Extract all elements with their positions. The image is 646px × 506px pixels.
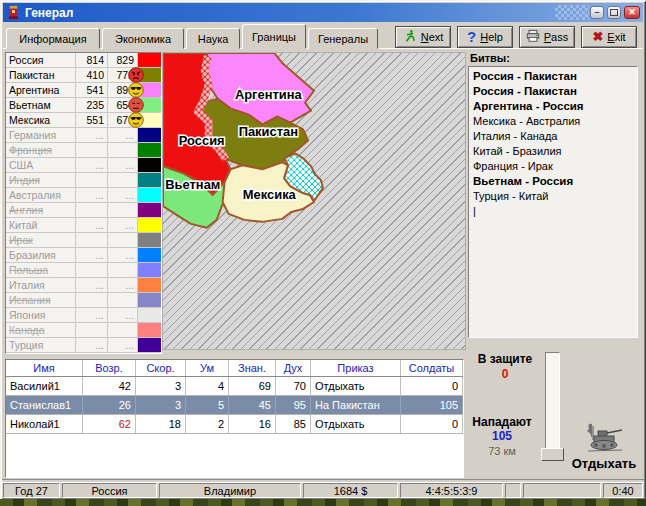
next-button[interactable]: Next: [395, 26, 451, 48]
country-color-swatch: [138, 293, 161, 307]
battle-item[interactable]: Россия - Пакистан: [473, 69, 633, 84]
country-row-england[interactable]: Англия: [6, 203, 161, 218]
country-row-india[interactable]: Индия: [6, 173, 161, 188]
country-color-swatch: [138, 278, 161, 292]
country-value-1: [76, 143, 108, 157]
country-value-2: [108, 173, 138, 187]
maximize-icon[interactable]: [607, 6, 621, 19]
tab-information[interactable]: Информация: [6, 28, 100, 49]
general-cell: 95: [276, 396, 311, 414]
country-list[interactable]: Россия814829Пакистан410772Аргентина54189…: [5, 52, 162, 354]
battle-item[interactable]: Вьетнам - Россия: [473, 174, 633, 189]
attack-value: 105: [468, 429, 536, 443]
battle-item[interactable]: Франция - Ирак: [473, 159, 633, 174]
country-value-1: ...: [76, 248, 108, 262]
battle-item[interactable]: Мексика - Австралия: [473, 114, 633, 129]
country-row-russia[interactable]: Россия814829: [6, 53, 161, 68]
country-value-1: 235: [76, 98, 108, 112]
general-cell: 0: [401, 377, 463, 395]
general-cell: 70: [276, 377, 311, 395]
generals-table[interactable]: ИмяВозр.Скор.УмЗнан.ДухПриказСолдатыВаси…: [5, 359, 464, 478]
desktop-background: [0, 499, 646, 506]
close-icon[interactable]: ✕: [624, 6, 640, 19]
country-value-2: [108, 143, 138, 157]
country-name: Россия: [6, 53, 76, 67]
relation-cool-face-icon: [128, 82, 144, 98]
exit-button[interactable]: ✖Exit: [581, 26, 637, 48]
general-row[interactable]: Василий142346970Отдыхать0: [6, 377, 463, 396]
country-value-1: [76, 203, 108, 217]
country-row-turkey[interactable]: Турция......: [6, 338, 161, 353]
troops-slider-track[interactable]: [545, 352, 560, 449]
general-cell: 5: [186, 396, 229, 414]
country-row-poland[interactable]: Польша: [6, 263, 161, 278]
country-value-2: 829: [108, 53, 138, 67]
country-color-swatch: [138, 53, 161, 67]
application-window: Генерал – ✕ ИнформацияЭкономикаНаукаГран…: [0, 0, 646, 506]
general-cell: Отдыхать: [311, 377, 401, 395]
country-value-1: 551: [76, 113, 108, 127]
tab-science[interactable]: Наука: [186, 28, 240, 49]
country-row-vietnam[interactable]: Вьетнам235654: [6, 98, 161, 113]
country-value-2: [108, 203, 138, 217]
country-row-argentina[interactable]: Аргентина541891: [6, 83, 161, 98]
country-value-1: ...: [76, 128, 108, 142]
relation-cool-face-icon: [128, 112, 144, 128]
printer-icon: [526, 29, 540, 45]
help-button[interactable]: ?Help: [457, 26, 513, 48]
country-value-1: ...: [76, 338, 108, 352]
country-value-2: [108, 263, 138, 277]
country-value-2: ...: [108, 338, 138, 352]
country-value-1: ...: [76, 218, 108, 232]
column-header: Скор.: [136, 360, 186, 376]
pass-button[interactable]: Pass: [519, 26, 575, 48]
troops-slider-thumb[interactable]: [541, 448, 564, 461]
general-cell: 26: [83, 396, 136, 414]
status-panel-1: Россия: [62, 483, 157, 498]
country-row-brazil[interactable]: Бразилия......: [6, 248, 161, 263]
country-row-france[interactable]: Франция: [6, 143, 161, 158]
country-row-pakistan[interactable]: Пакистан410772: [6, 68, 161, 83]
tab-economy[interactable]: Экономика: [102, 28, 184, 49]
battles-list[interactable]: Россия - ПакистанРоссия - ПакистанАргент…: [468, 66, 638, 338]
country-color-swatch: [138, 173, 161, 187]
battle-item[interactable]: Китай - Бразилия: [473, 144, 633, 159]
world-map[interactable]: АргентинаПакистанРоссияВьетнамМексика: [162, 52, 466, 350]
minimize-icon[interactable]: –: [590, 6, 604, 19]
tab-generals[interactable]: Генералы: [308, 28, 378, 49]
country-value-1: [76, 263, 108, 277]
country-row-china[interactable]: Китай......: [6, 218, 161, 233]
country-value-2: [108, 293, 138, 307]
general-row[interactable]: Николай1621821685Отдыхать0: [6, 415, 463, 434]
country-name: Китай: [6, 218, 76, 232]
defense-label: В защите: [471, 352, 539, 366]
battle-item[interactable]: Аргентина - Россия: [473, 99, 633, 114]
map-label: Мексика: [243, 187, 297, 202]
general-cell: 4: [186, 377, 229, 395]
pass-button-label: Pass: [544, 31, 568, 43]
country-value-2: ...: [108, 188, 138, 202]
general-cell: Николай1: [6, 415, 83, 433]
general-row[interactable]: Станислав126354595На Пакистан105: [6, 396, 463, 415]
battle-item[interactable]: Турция - Китай: [473, 189, 633, 204]
tab-borders[interactable]: Границы: [242, 24, 306, 49]
country-row-spain[interactable]: Испания: [6, 293, 161, 308]
country-row-mexico[interactable]: Мексика551673: [6, 113, 161, 128]
relation-angry-face-icon: [128, 67, 144, 83]
country-row-germany[interactable]: Германия......: [6, 128, 161, 143]
country-row-australia[interactable]: Австралия......: [6, 188, 161, 203]
title-bar[interactable]: Генерал – ✕: [3, 3, 643, 22]
battle-item[interactable]: Италия - Канада: [473, 129, 633, 144]
country-value-2: [108, 233, 138, 247]
country-name: Англия: [6, 203, 76, 217]
country-row-canada[interactable]: Канада: [6, 323, 161, 338]
country-color-swatch: [138, 263, 161, 277]
country-row-usa[interactable]: США......: [6, 158, 161, 173]
battle-item[interactable]: Россия - Пакистан: [473, 84, 633, 99]
status-panel-7: 0:40: [603, 483, 643, 498]
country-row-italy[interactable]: Италия......: [6, 278, 161, 293]
country-row-iraq[interactable]: Ирак: [6, 233, 161, 248]
battle-item[interactable]: |: [473, 204, 633, 219]
country-color-swatch: [138, 143, 161, 157]
country-row-japan[interactable]: Япония......: [6, 308, 161, 323]
